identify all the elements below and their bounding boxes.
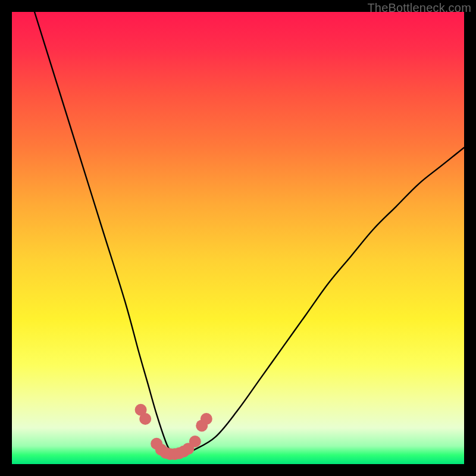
chart-svg	[12, 12, 464, 464]
marker-group	[135, 404, 212, 460]
chart-container: TheBottleneck.com	[0, 0, 476, 476]
plot-area	[12, 12, 464, 464]
marker-dot	[139, 413, 151, 425]
marker-dot	[201, 413, 212, 425]
marker-dot	[189, 436, 201, 447]
bottleneck-curve	[35, 12, 464, 456]
